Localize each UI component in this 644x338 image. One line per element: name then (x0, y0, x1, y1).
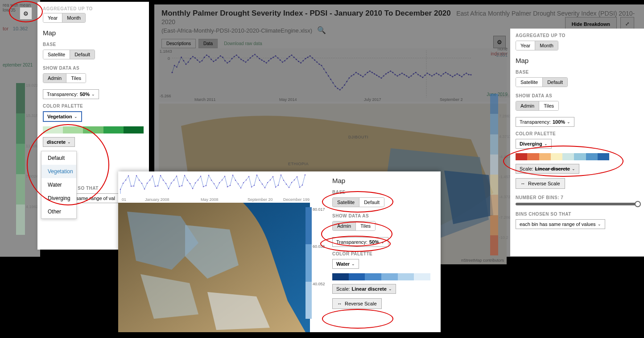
svg-point-99 (388, 72, 389, 73)
svg-point-132 (463, 74, 465, 75)
svg-point-180 (224, 176, 225, 177)
svg-point-14 (192, 56, 194, 57)
bins-slider-d[interactable] (516, 203, 639, 205)
palette-opt-water[interactable]: Water (41, 178, 76, 192)
svg-point-101 (392, 72, 393, 73)
scale-dd-c[interactable]: Scale: Linear discrete ⌄ (332, 284, 396, 294)
svg-point-197 (270, 179, 271, 180)
year-pill-d[interactable]: Year (516, 41, 535, 50)
month-pill-d[interactable]: Month (535, 41, 558, 50)
svg-point-166 (187, 179, 188, 180)
gear-icon: ⚙ (497, 39, 502, 46)
tab-descriptions[interactable]: Descriptions (161, 39, 196, 48)
transparency-dd-c[interactable]: Transparency: 50% ⌄ (332, 237, 388, 247)
palette-dd-a[interactable]: Vegetation ⌄ (43, 111, 82, 122)
tiles-pill-c[interactable]: Tiles (356, 221, 375, 230)
svg-point-167 (190, 183, 190, 184)
base-toggle-d[interactable]: Satellite Default (516, 77, 568, 87)
month-pill-a[interactable]: Month (62, 13, 85, 22)
svg-point-185 (238, 184, 239, 184)
gear-icon: ⚙ (23, 10, 29, 17)
admin-pill-a[interactable]: Admin (43, 74, 66, 83)
svg-point-160 (171, 183, 172, 184)
svg-point-188 (246, 179, 247, 180)
svg-point-142 (123, 183, 124, 184)
svg-point-118 (431, 75, 433, 77)
svg-point-76 (334, 86, 336, 87)
agg-toggle-a[interactable]: Year Month (43, 13, 86, 23)
default-pill-d[interactable]: Default (543, 78, 567, 87)
satellite-pill-d[interactable]: Satellite (516, 78, 543, 87)
svg-point-48 (270, 58, 272, 59)
svg-point-186 (240, 188, 241, 188)
search-icon[interactable]: 🔍 (317, 26, 326, 34)
download-link[interactable]: Download raw data (220, 39, 266, 48)
swap-icon: ↔ (337, 301, 342, 306)
svg-point-199 (275, 187, 276, 188)
palette-opt-diverging[interactable]: Diverging (41, 192, 76, 205)
palette-opt-vegetation[interactable]: Vegetation (41, 165, 76, 178)
scale-dd-d[interactable]: Scale: Linear discrete ⌄ (516, 164, 579, 174)
agg-toggle-d[interactable]: Year Month (516, 41, 558, 50)
svg-point-161 (173, 179, 174, 180)
satellite-map-c[interactable] (118, 203, 310, 332)
palette-opt-other[interactable]: Other (41, 205, 76, 218)
admin-pill-c[interactable]: Admin (333, 221, 356, 230)
reverse-scale-btn-c[interactable]: ↔ Reverse Scale (332, 298, 382, 309)
svg-point-30 (229, 61, 230, 62)
default-pill-a[interactable]: Default (70, 50, 95, 59)
showdata-toggle-c[interactable]: Admin Tiles (332, 221, 376, 231)
palette-dd-d[interactable]: Diverging ⌄ (516, 139, 552, 149)
svg-point-162 (176, 175, 177, 176)
binsrule-dd-d[interactable]: each bin has same range of values ⌄ (516, 219, 605, 229)
showdata-toggle-d[interactable]: Admin Tiles (516, 101, 559, 111)
svg-point-204 (289, 187, 289, 188)
tab-data[interactable]: Data (198, 39, 218, 48)
transparency-dd-d[interactable]: Transparency: 100% ⌄ (516, 117, 574, 127)
svg-point-131 (461, 76, 462, 77)
svg-point-96 (381, 77, 382, 79)
bins-label-d: NUMBER OF BINS: 7 (516, 195, 639, 200)
year-pill-a[interactable]: Year (43, 13, 62, 22)
svg-text:0: 0 (168, 56, 170, 61)
aggregated-label-a: AGGREGATED UP TO (43, 6, 93, 11)
side-val: 10.362 (13, 26, 28, 31)
svg-point-133 (466, 72, 467, 74)
svg-point-173 (206, 185, 206, 186)
svg-point-26 (220, 55, 221, 57)
svg-point-203 (286, 184, 287, 184)
gear-button-a[interactable]: ⚙ (20, 7, 32, 20)
satellite-pill-a[interactable]: Satellite (43, 50, 70, 59)
palette-dd-c[interactable]: Water ⌄ (332, 259, 359, 269)
svg-point-150 (144, 188, 145, 189)
svg-point-125 (447, 73, 449, 75)
palette-label-d: COLOR PALETTE (516, 131, 639, 136)
svg-point-67 (314, 59, 315, 61)
showdata-toggle-a[interactable]: Admin Tiles (43, 73, 86, 83)
svg-point-52 (280, 59, 281, 61)
svg-text:-5.266: -5.266 (160, 94, 171, 98)
default-pill-c[interactable]: Default (359, 198, 384, 207)
tiles-pill-a[interactable]: Tiles (66, 74, 86, 83)
base-toggle-a[interactable]: Satellite Default (43, 50, 95, 59)
svg-text:01: 01 (122, 197, 126, 202)
reverse-scale-btn-d[interactable]: ↔ Reverse Scale (516, 178, 565, 189)
admin-pill-d[interactable]: Admin (516, 101, 539, 110)
gear-button-b[interactable]: ⚙ (493, 36, 506, 48)
scale-dd-a[interactable]: discrete ⌄ (43, 137, 75, 147)
svg-point-170 (198, 179, 198, 180)
svg-point-94 (376, 75, 377, 76)
svg-point-37 (245, 62, 246, 63)
palette-dropdown-a[interactable]: Default Vegetation Water Diverging Other (41, 151, 77, 219)
svg-point-47 (268, 60, 269, 62)
palette-opt-default[interactable]: Default (41, 151, 76, 165)
svg-point-13 (190, 58, 191, 59)
svg-point-176 (214, 183, 215, 184)
tiles-pill-d[interactable]: Tiles (539, 101, 558, 110)
transparency-dd-a[interactable]: Transparency: 50% ⌄ (43, 89, 99, 99)
svg-point-5 (172, 72, 173, 73)
chevron-down-icon: ⌄ (91, 92, 95, 96)
svg-point-164 (182, 185, 182, 186)
base-toggle-c[interactable]: Satellite Default (332, 197, 384, 207)
satellite-pill-c[interactable]: Satellite (333, 198, 359, 207)
